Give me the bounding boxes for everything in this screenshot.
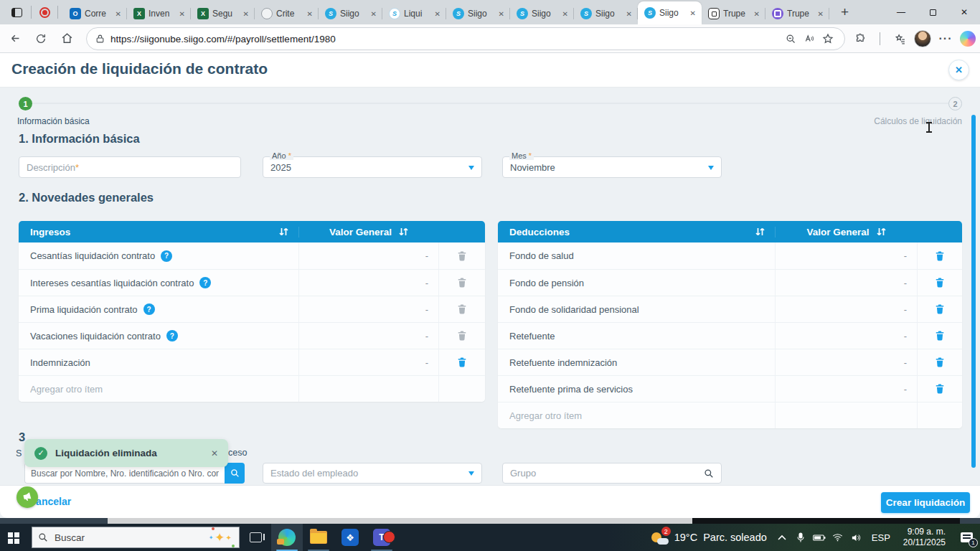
sort-icon[interactable] <box>755 227 765 236</box>
collections-icon[interactable] <box>890 29 910 49</box>
profile-avatar[interactable] <box>914 30 931 47</box>
help-icon[interactable]: ? <box>166 330 178 342</box>
browser-tab[interactable]: Crite✕ <box>255 3 319 24</box>
minimize-button[interactable]: — <box>885 0 917 24</box>
file-explorer-icon[interactable] <box>303 524 334 551</box>
start-button-icon[interactable] <box>0 524 32 551</box>
trash-icon[interactable] <box>935 303 945 315</box>
sort-icon[interactable] <box>279 227 288 236</box>
browser-tab[interactable]: OCorre✕ <box>63 3 127 24</box>
language-indicator[interactable]: ESP <box>866 532 896 543</box>
grupo-field[interactable]: Grupo <box>502 463 722 484</box>
scrollbar-thumb[interactable] <box>971 115 976 468</box>
edge-taskbar-icon[interactable] <box>271 524 303 551</box>
stepper-step-2[interactable]: 2 <box>948 97 962 110</box>
row-value[interactable]: - <box>298 349 438 375</box>
close-window-button[interactable]: ✕ <box>948 0 980 24</box>
action-center-icon[interactable]: 1 <box>953 524 980 551</box>
sort-icon[interactable] <box>877 227 886 236</box>
recording-indicator-icon[interactable] <box>37 4 52 20</box>
browser-tab[interactable]: SSiigo✕ <box>446 3 510 24</box>
trash-icon[interactable] <box>457 277 467 288</box>
browser-tab[interactable]: XInven✕ <box>127 3 191 24</box>
tab-close-icon[interactable]: ✕ <box>753 9 761 19</box>
teams-icon[interactable]: T <box>366 524 397 551</box>
modal-close-button[interactable]: ✕ <box>948 60 969 80</box>
tab-close-icon[interactable]: ✕ <box>242 9 250 19</box>
trash-icon[interactable] <box>935 250 945 262</box>
tab-close-icon[interactable]: ✕ <box>306 9 314 19</box>
trash-icon[interactable] <box>457 330 467 342</box>
extensions-icon[interactable] <box>850 29 870 49</box>
task-view-icon[interactable] <box>240 524 271 551</box>
help-icon[interactable]: ? <box>143 303 155 315</box>
row-value[interactable]: - <box>775 270 917 296</box>
microphone-icon[interactable] <box>791 524 810 551</box>
home-icon[interactable] <box>56 28 77 50</box>
browser-tab[interactable]: SLiqui✕ <box>382 3 446 24</box>
maximize-button[interactable] <box>917 0 948 24</box>
settings-menu-icon[interactable]: ··· <box>936 29 956 49</box>
mes-select[interactable]: Mes * Noviembre <box>502 156 722 178</box>
read-aloud-icon[interactable] <box>800 29 819 48</box>
trash-icon[interactable] <box>457 357 467 368</box>
tab-close-icon[interactable]: ✕ <box>816 9 825 19</box>
search-button[interactable] <box>225 463 245 484</box>
toast-close-icon[interactable]: ✕ <box>209 447 220 460</box>
browser-tab[interactable]: SSiigo✕ <box>319 3 382 24</box>
chevron-down-icon[interactable] <box>468 166 474 170</box>
row-value[interactable]: - <box>298 323 438 349</box>
tab-close-icon[interactable]: ✕ <box>625 9 633 19</box>
estado-empleado-select[interactable]: Estado del empleado <box>263 463 482 484</box>
zoom-icon[interactable] <box>781 29 800 48</box>
help-icon[interactable]: ? <box>161 250 172 262</box>
chevron-down-icon[interactable] <box>468 471 474 476</box>
wifi-icon[interactable] <box>829 524 847 551</box>
trash-icon[interactable] <box>935 383 945 395</box>
row-value[interactable]: - <box>775 323 917 349</box>
create-settlement-button[interactable]: Crear liquidación <box>881 492 970 513</box>
tab-close-icon[interactable]: ✕ <box>433 9 442 19</box>
browser-tab[interactable]: SSiigo✕ <box>510 3 574 24</box>
new-tab-button[interactable]: + <box>837 4 853 20</box>
row-value[interactable]: - <box>775 296 917 322</box>
tab-close-icon[interactable]: ✕ <box>561 9 570 19</box>
search-icon[interactable] <box>704 468 714 479</box>
favorite-star-icon[interactable] <box>819 29 837 48</box>
tab-close-icon[interactable]: ✕ <box>689 8 697 19</box>
lock-icon[interactable] <box>95 34 105 44</box>
blue-diamond-app-icon[interactable]: ❖ <box>334 524 366 551</box>
stepper-step-1[interactable]: 1 <box>19 97 32 110</box>
trash-icon[interactable] <box>935 357 945 368</box>
refresh-icon[interactable] <box>30 28 52 50</box>
chevron-down-icon[interactable] <box>708 166 714 170</box>
url-text[interactable]: https://siigonube.siigo.com/#/payroll/se… <box>110 34 781 44</box>
add-item-row[interactable]: Agregar otro ítem <box>19 375 485 402</box>
trash-icon[interactable] <box>935 330 945 342</box>
descripcion-field[interactable]: Descripción* <box>19 156 241 178</box>
clock[interactable]: 9:09 a. m. 20/11/2025 <box>896 527 953 548</box>
row-value[interactable]: - <box>298 270 438 296</box>
taskbar-search[interactable]: Buscar ✦✦✦ <box>32 527 240 548</box>
tab-close-icon[interactable]: ✕ <box>178 9 187 19</box>
tab-close-icon[interactable]: ✕ <box>114 9 123 19</box>
row-value[interactable]: - <box>298 296 438 322</box>
copilot-icon[interactable] <box>960 31 976 47</box>
volume-icon[interactable] <box>847 524 866 551</box>
sort-icon[interactable] <box>399 227 408 236</box>
add-item-row[interactable]: Agregar otro ítem <box>498 402 962 428</box>
trash-icon[interactable] <box>457 250 467 262</box>
row-value[interactable]: - <box>775 376 917 402</box>
battery-icon[interactable] <box>810 524 829 551</box>
show-hidden-icons-chevron[interactable] <box>773 524 791 551</box>
vertical-tabs-icon[interactable] <box>7 4 26 20</box>
trash-icon[interactable] <box>457 303 467 315</box>
help-icon[interactable]: ? <box>199 277 211 288</box>
browser-tab[interactable]: SSiigo✕ <box>638 1 702 24</box>
browser-tab[interactable]: SSiigo✕ <box>574 3 638 24</box>
browser-tab[interactable]: XSegu✕ <box>191 3 255 24</box>
browser-tab[interactable]: Trupe✕ <box>765 3 829 24</box>
url-bar[interactable]: https://siigonube.siigo.com/#/payroll/se… <box>86 27 845 50</box>
trash-icon[interactable] <box>935 277 945 288</box>
weather-widget[interactable]: 2 19°C Parc. soleado <box>644 529 773 545</box>
